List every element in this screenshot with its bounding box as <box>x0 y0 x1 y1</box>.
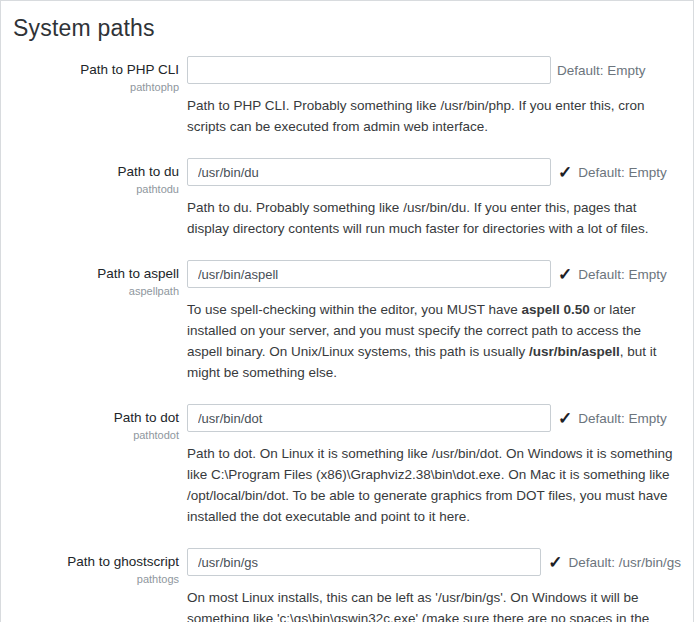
setting-input[interactable] <box>187 548 541 576</box>
setting-content-column: ✓ Default: Empty To use spell-checking w… <box>187 260 681 383</box>
setting-label-column: Path to PHP CLI pathtophp <box>13 56 179 93</box>
setting-row: Path to ghostscript pathtogs ✓ Default: … <box>13 548 681 622</box>
check-icon: ✓ <box>558 164 572 181</box>
setting-label: Path to dot <box>13 409 179 427</box>
default-value-label: Default: Empty <box>557 63 646 78</box>
setting-label-column: Path to du pathtodu <box>13 158 179 195</box>
setting-input-line: ✓ Default: Empty <box>187 158 681 186</box>
check-icon: ✓ <box>558 410 572 427</box>
system-paths-settings-page: System paths Path to PHP CLI pathtophp D… <box>0 0 694 622</box>
setting-description: Path to dot. On Linux it is something li… <box>187 443 679 527</box>
settings-form: Path to PHP CLI pathtophp Default: Empty… <box>13 56 681 622</box>
default-value-label: Default: Empty <box>578 267 667 282</box>
setting-code: aspellpath <box>13 285 179 297</box>
setting-label: Path to du <box>13 163 179 181</box>
setting-input-line: ✓ Default: Empty <box>187 404 681 432</box>
setting-code: pathtophp <box>13 81 179 93</box>
setting-input-line: Default: Empty <box>187 56 681 84</box>
setting-code: pathtodu <box>13 183 179 195</box>
setting-input[interactable] <box>187 158 551 186</box>
setting-content-column: Default: Empty Path to PHP CLI. Probably… <box>187 56 681 137</box>
setting-label-column: Path to dot pathtodot <box>13 404 179 441</box>
setting-input-line: ✓ Default: Empty <box>187 260 681 288</box>
default-value-label: Default: Empty <box>578 411 667 426</box>
default-value-label: Default: /usr/bin/gs <box>568 555 681 570</box>
setting-content-column: ✓ Default: Empty Path to du. Probably so… <box>187 158 681 239</box>
setting-input[interactable] <box>187 56 551 84</box>
setting-code: pathtodot <box>13 429 179 441</box>
setting-description: Path to PHP CLI. Probably something like… <box>187 95 679 137</box>
setting-label: Path to aspell <box>13 265 179 283</box>
setting-input[interactable] <box>187 404 551 432</box>
setting-row: Path to du pathtodu ✓ Default: Empty Pat… <box>13 158 681 239</box>
setting-label: Path to ghostscript <box>13 553 179 571</box>
setting-row: Path to dot pathtodot ✓ Default: Empty P… <box>13 404 681 527</box>
setting-row: Path to PHP CLI pathtophp Default: Empty… <box>13 56 681 137</box>
setting-description: Path to du. Probably something like /usr… <box>187 197 679 239</box>
page-title: System paths <box>13 15 681 42</box>
setting-input-line: ✓ Default: /usr/bin/gs <box>187 548 681 576</box>
setting-code: pathtogs <box>13 573 179 585</box>
setting-label-column: Path to aspell aspellpath <box>13 260 179 297</box>
setting-row: Path to aspell aspellpath ✓ Default: Emp… <box>13 260 681 383</box>
setting-description: On most Linux installs, this can be left… <box>187 587 679 622</box>
setting-input[interactable] <box>187 260 551 288</box>
setting-content-column: ✓ Default: Empty Path to dot. On Linux i… <box>187 404 681 527</box>
check-icon: ✓ <box>558 266 572 283</box>
check-icon: ✓ <box>548 554 562 571</box>
default-value-label: Default: Empty <box>578 165 667 180</box>
setting-label: Path to PHP CLI <box>13 61 179 79</box>
setting-description: To use spell-checking within the editor,… <box>187 299 679 383</box>
setting-content-column: ✓ Default: /usr/bin/gs On most Linux ins… <box>187 548 681 622</box>
setting-label-column: Path to ghostscript pathtogs <box>13 548 179 585</box>
